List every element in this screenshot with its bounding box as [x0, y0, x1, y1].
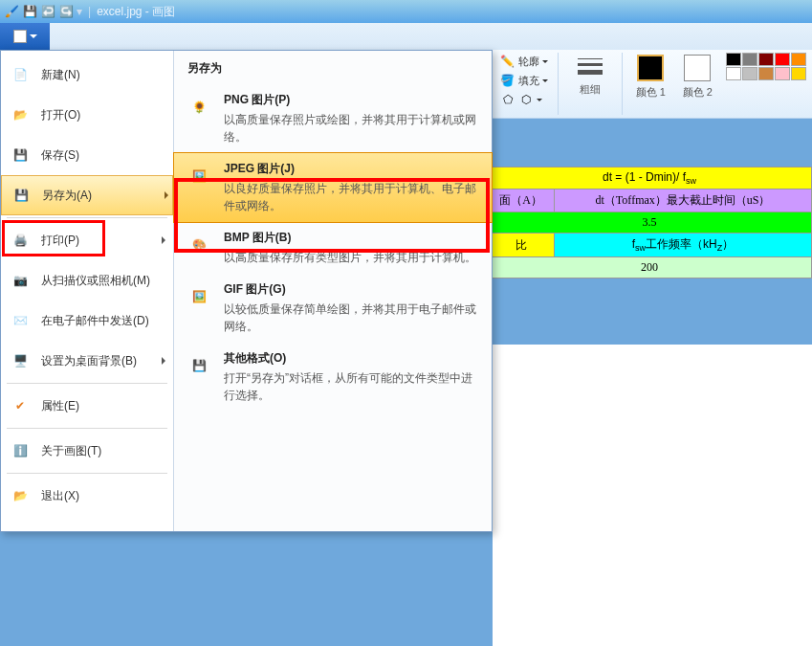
- undo-icon[interactable]: ↩️: [40, 4, 55, 19]
- color1-label: 颜色 1: [636, 85, 666, 100]
- menu-save[interactable]: 💾保存(S): [1, 135, 173, 175]
- menu-label: 属性(E): [41, 398, 79, 414]
- line-samples-icon: [572, 55, 608, 78]
- saveas-gif[interactable]: 🖼️ GIF 图片(G)以较低质量保存简单绘图，并将其用于电子邮件或网络。: [174, 274, 492, 343]
- cell-value: 3.5: [488, 212, 812, 234]
- menu-label: 设置为桌面背景(B): [41, 353, 137, 369]
- gif-icon: 🖼️: [184, 281, 214, 312]
- menu-label: 关于画图(T): [41, 443, 101, 459]
- cell-label: 比: [488, 234, 555, 256]
- cell-freq-header: fsw工作频率（kHZ）: [555, 234, 812, 256]
- scanner-icon: 📷: [9, 269, 32, 292]
- menu-label: 打印(P): [41, 233, 79, 249]
- menu-save-as[interactable]: 💾另存为(A): [1, 175, 173, 215]
- print-icon: 🖨️: [9, 229, 32, 252]
- color1-group[interactable]: 颜色 1: [632, 53, 669, 115]
- option-desc: 打开“另存为”对话框，从所有可能的文件类型中进行选择。: [224, 369, 482, 404]
- color1-swatch: [637, 55, 664, 81]
- file-tab[interactable]: [0, 23, 50, 50]
- menu-scanner[interactable]: 📷从扫描仪或照相机(M): [1, 260, 173, 301]
- cell-header-a: 面（A）: [488, 189, 555, 212]
- redo-icon[interactable]: ↪️: [58, 4, 74, 19]
- png-icon: 🌻: [184, 92, 214, 123]
- file-menu-dropdown: 📄新建(N) 📂打开(O) 💾保存(S) 💾另存为(A) 🖨️打印(P) 📷从扫…: [0, 50, 493, 532]
- saveas-other[interactable]: 💾 其他格式(O)打开“另存为”对话框，从所有可能的文件类型中进行选择。: [174, 343, 492, 412]
- saveas-icon: 💾: [10, 184, 33, 207]
- option-title: JPEG 图片(J): [224, 161, 482, 177]
- save-icon[interactable]: 💾: [22, 4, 37, 19]
- separator: |: [88, 5, 91, 18]
- menu-email[interactable]: ✉️在电子邮件中发送(D): [1, 301, 173, 341]
- separator: [7, 473, 167, 474]
- separator: [7, 383, 167, 384]
- cell-value: 200: [488, 256, 812, 278]
- window-title: excel.jpg - 画图: [97, 4, 175, 20]
- desktop-icon: 🖥️: [9, 349, 32, 372]
- other-format-icon: 💾: [184, 350, 214, 381]
- jpeg-icon: 🖼️: [184, 161, 214, 191]
- save-icon: 💾: [9, 144, 32, 167]
- exit-icon: 📂: [9, 484, 32, 507]
- menu-label: 在电子邮件中发送(D): [41, 313, 149, 329]
- menu-label: 打开(O): [41, 107, 80, 123]
- menu-about[interactable]: ℹ️关于画图(T): [1, 431, 173, 471]
- option-desc: 以较低质量保存简单绘图，并将其用于电子邮件或网络。: [224, 301, 482, 335]
- cell-formula: dt = (1 - Dmin)/ fsw: [488, 167, 812, 189]
- save-as-panel: 另存为 🌻 PNG 图片(P)以高质量保存照片或绘图，并将其用于计算机或网络。 …: [173, 51, 492, 531]
- titlebar: 🖌️ 💾 ↩️ ↪️ ▾ | excel.jpg - 画图: [0, 0, 812, 23]
- color-palette[interactable]: [726, 53, 806, 80]
- thickness-label: 粗细: [580, 82, 601, 97]
- thickness-group[interactable]: 粗细: [568, 53, 612, 115]
- saveas-bmp[interactable]: 🎨 BMP 图片(B)以高质量保存所有类型图片，并将其用于计算机。: [174, 222, 492, 274]
- menu-label: 从扫描仪或照相机(M): [41, 273, 150, 289]
- menu-label: 退出(X): [41, 488, 79, 504]
- menu-set-desktop[interactable]: 🖥️设置为桌面背景(B): [1, 341, 173, 381]
- separator: [7, 428, 167, 429]
- option-title: GIF 图片(G): [224, 281, 482, 298]
- ribbon-tab-strip: [0, 23, 812, 50]
- palette-group: [726, 53, 806, 115]
- background-spreadsheet: dt = (1 - Dmin)/ fsw 面（A）dt（Toffmax）最大截止…: [487, 167, 812, 278]
- menu-label: 另存为(A): [42, 188, 92, 204]
- menu-exit[interactable]: 📂退出(X): [1, 476, 173, 516]
- panel-title: 另存为: [174, 51, 492, 84]
- option-desc: 以良好质量保存照片，并将其用于计算机、电子邮件或网络。: [224, 180, 482, 214]
- menu-new[interactable]: 📄新建(N): [1, 55, 173, 95]
- chevron-right-icon: [162, 236, 165, 244]
- option-desc: 以高质量保存照片或绘图，并将其用于计算机或网络。: [224, 111, 482, 145]
- quick-access-toolbar: 🖌️ 💾 ↩️ ↪️ ▾: [4, 4, 82, 19]
- file-menu-list: 📄新建(N) 📂打开(O) 💾保存(S) 💾另存为(A) 🖨️打印(P) 📷从扫…: [1, 51, 173, 531]
- outline-button[interactable]: ✏️ 轮廓: [500, 53, 548, 70]
- shape-poly-icon[interactable]: ⬠: [500, 92, 516, 107]
- divider: [558, 53, 559, 115]
- canvas[interactable]: [493, 345, 812, 646]
- option-title: BMP 图片(B): [224, 230, 482, 246]
- chevron-right-icon: [165, 191, 168, 199]
- fill-button[interactable]: 🪣 填充: [500, 72, 548, 89]
- saveas-png[interactable]: 🌻 PNG 图片(P)以高质量保存照片或绘图，并将其用于计算机或网络。: [174, 84, 492, 153]
- option-desc: 以高质量保存所有类型图片，并将其用于计算机。: [224, 249, 482, 266]
- divider: [622, 53, 623, 115]
- menu-open[interactable]: 📂打开(O): [1, 95, 173, 135]
- menu-label: 保存(S): [41, 147, 79, 164]
- option-title: PNG 图片(P): [224, 92, 482, 108]
- bucket-icon: 🪣: [500, 73, 516, 88]
- color2-group[interactable]: 颜色 2: [679, 53, 716, 115]
- chevron-down-icon: [542, 79, 548, 82]
- menu-print[interactable]: 🖨️打印(P): [1, 220, 173, 260]
- fill-label: 填充: [518, 74, 539, 88]
- open-icon: 📂: [9, 103, 32, 126]
- shape-hex-icon[interactable]: ⬡: [518, 92, 534, 107]
- bmp-icon: 🎨: [184, 230, 214, 260]
- check-icon: ✔: [9, 394, 32, 417]
- new-icon: 📄: [9, 63, 32, 86]
- color2-swatch: [684, 55, 711, 81]
- shapes-outline-group: ✏️ 轮廓 🪣 填充 ⬠⬡: [500, 53, 548, 115]
- color2-label: 颜色 2: [683, 85, 713, 100]
- menu-properties[interactable]: ✔属性(E): [1, 386, 173, 426]
- email-icon: ✉️: [9, 309, 32, 332]
- chevron-down-icon: [542, 60, 548, 63]
- menu-label: 新建(N): [41, 67, 80, 83]
- saveas-jpeg[interactable]: 🖼️ JPEG 图片(J)以良好质量保存照片，并将其用于计算机、电子邮件或网络。: [173, 152, 493, 223]
- chevron-down-icon: [537, 99, 542, 101]
